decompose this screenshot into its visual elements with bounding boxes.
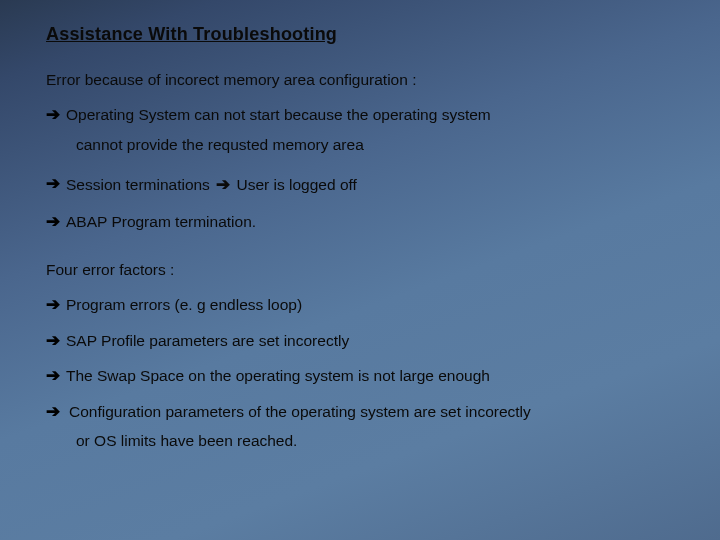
bullet-factor-1: ➔ Program errors (e. g endless loop) [46,295,674,315]
bullet-factor-2: ➔ SAP Profile parameters are set incorec… [46,331,674,351]
spacer [46,247,674,261]
bullet-factor-3: ➔ The Swap Space on the operating system… [46,366,674,386]
arrow-icon: ➔ [46,212,66,232]
bullet-text: Operating System can not start because t… [66,105,674,124]
arrow-icon: ➔ [46,295,66,315]
bullet-text: Session terminations ➔ User is logged of… [66,174,674,195]
intro-line-2: Four error factors : [46,261,674,279]
arrow-icon: ➔ [214,175,232,194]
arrow-icon: ➔ [46,105,66,125]
bullet-text: Program errors (e. g endless loop) [66,295,674,314]
bullet-os-start: ➔ Operating System can not start because… [46,105,674,125]
bullet-session: ➔ Session terminations ➔ User is logged … [46,174,674,195]
intro-line-1: Error because of incorect memory area co… [46,71,674,89]
bullet-factor-4-cont: or OS limits have been reached. [76,427,674,455]
session-post: User is logged off [232,176,357,193]
bullet-text: SAP Profile parameters are set incorectl… [66,331,674,350]
arrow-icon: ➔ [46,174,66,194]
arrow-icon: ➔ [46,402,66,422]
arrow-icon: ➔ [46,366,66,386]
bullet-text: Configuration parameters of the operatin… [66,402,674,421]
bullet-text: ABAP Program termination. [66,212,674,231]
arrow-icon: ➔ [46,331,66,351]
slide-title: Assistance With Troubleshooting [46,24,674,45]
session-pre: Session terminations [66,176,214,193]
bullet-text: The Swap Space on the operating system i… [66,366,674,385]
bullet-abap: ➔ ABAP Program termination. [46,212,674,232]
slide: Assistance With Troubleshooting Error be… [0,0,720,540]
bullet-os-start-cont: cannot provide the requsted memory area [76,131,674,159]
bullet-factor-4: ➔ Configuration parameters of the operat… [46,402,674,422]
